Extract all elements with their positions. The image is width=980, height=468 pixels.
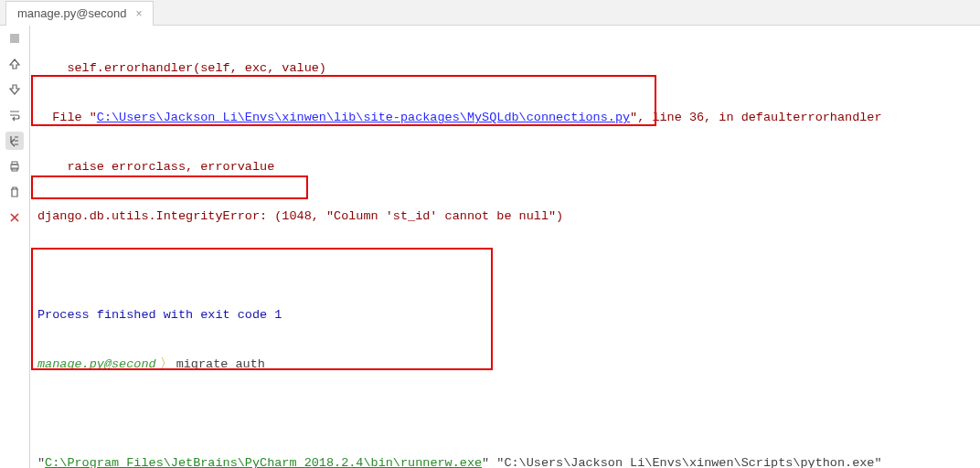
scroll-to-end-icon[interactable] [5, 132, 24, 150]
tab-manage-py[interactable]: manage.py@second × [5, 1, 154, 26]
soft-wrap-icon[interactable] [5, 106, 24, 124]
trash-icon[interactable] [5, 183, 24, 201]
arrow-down-icon[interactable] [5, 80, 24, 99]
prompt-arrow-icon: 〉 [156, 357, 176, 371]
svg-rect-2 [12, 162, 17, 165]
prompt-command: migrate auth [176, 357, 265, 371]
stop-icon[interactable] [5, 29, 24, 48]
traceback-file-line: File "C:\Users\Jackson Li\Envs\xinwen\li… [37, 105, 973, 130]
print-icon[interactable] [5, 157, 24, 176]
runner-path-link[interactable]: C:\Program Files\JetBrains\PyCharm 2018.… [45, 456, 482, 468]
close-icon[interactable]: × [135, 7, 142, 20]
gutter [0, 26, 30, 468]
prompt-context: manage.py@second [37, 357, 156, 371]
tab-title: manage.py@second [17, 6, 126, 20]
console-output[interactable]: self.errorhandler(self, exc, value) File… [30, 26, 980, 468]
tab-bar: manage.py@second × [0, 0, 980, 26]
blank-line [37, 401, 973, 426]
workspace: self.errorhandler(self, exc, value) File… [0, 26, 980, 468]
runner-line: "C:\Program Files\JetBrains\PyCharm 2018… [37, 451, 973, 468]
traceback-raise-line: raise errorclass, errorvalue [37, 154, 973, 179]
error-line: django.db.utils.IntegrityError: (1048, "… [37, 204, 973, 229]
blank-line [37, 253, 973, 278]
exit-code-line: Process finished with exit code 1 [37, 303, 973, 327]
svg-rect-0 [10, 34, 19, 43]
file-link[interactable]: C:\Users\Jackson Li\Envs\xinwen\lib\site… [97, 111, 630, 124]
close-panel-icon[interactable] [5, 208, 24, 227]
prompt-line[interactable]: manage.py@second〉migrate auth [37, 352, 973, 377]
traceback-line: self.errorhandler(self, exc, value) [37, 56, 973, 80]
arrow-up-icon[interactable] [5, 55, 24, 73]
